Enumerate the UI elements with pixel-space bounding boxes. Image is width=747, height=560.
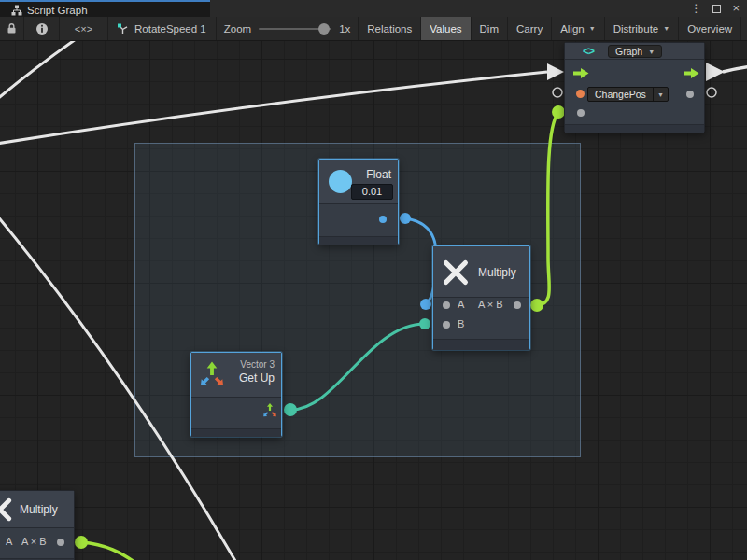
zoom-handle[interactable]: [318, 23, 330, 35]
input-port-b[interactable]: [443, 321, 450, 329]
tab-script-graph[interactable]: Script Graph: [4, 3, 95, 17]
control-output-port[interactable]: [684, 67, 699, 79]
output-port[interactable]: [514, 301, 521, 309]
multiply-node[interactable]: Multiply A A × B B: [432, 245, 530, 350]
distribute-label: Distribute: [613, 23, 659, 35]
port-label-out: A × B: [21, 536, 47, 547]
chevron-down-icon: ▼: [663, 25, 669, 32]
changepos-subgraph-node[interactable]: <> Graph ▼ ChangePos ▼: [564, 42, 705, 133]
chevron-down-icon: ▼: [653, 88, 668, 101]
graph-canvas[interactable]: Float 0.01 Multiply A A × B B: [0, 41, 747, 560]
float-value-input[interactable]: 0.01: [351, 184, 393, 200]
green-wire-multiply-to-changepos: [537, 112, 558, 305]
wire-dot: [419, 318, 430, 329]
node-title: Get Up: [239, 371, 275, 385]
script-graph-window: Script Graph ⋮ × <×>: [0, 0, 747, 560]
teal-wire-vector-to-b: [290, 324, 425, 410]
dim-label: Dim: [480, 23, 499, 35]
float-output-port[interactable]: [379, 216, 387, 223]
fullscreen-button[interactable]: Full Screen: [740, 17, 747, 40]
zoom-value: 1x: [339, 23, 350, 35]
dim-button[interactable]: Dim: [471, 17, 507, 40]
graph-tab-icon: [11, 5, 22, 16]
menu-icon[interactable]: ⋮: [690, 2, 701, 15]
graph-toolbar: <×> RotateSpeed 1 Zoom 1x Relations Valu…: [0, 17, 747, 41]
values-button[interactable]: Values: [420, 17, 470, 40]
input-port-target[interactable]: [576, 90, 585, 98]
titlebar: Script Graph ⋮ ×: [0, 0, 747, 17]
maximize-icon[interactable]: [712, 5, 721, 13]
control-input-port[interactable]: [573, 67, 589, 79]
changepos-dropdown-value: ChangePos: [588, 89, 653, 100]
focus-highlight: [0, 0, 210, 2]
overview-label: Overview: [687, 23, 732, 35]
distribute-button[interactable]: Distribute ▼: [604, 17, 679, 40]
value-endpoint-circle: [707, 88, 716, 97]
port-label-a: A: [458, 299, 464, 310]
wire-dot: [284, 403, 297, 416]
relations-button[interactable]: Relations: [358, 17, 420, 40]
flow-arrowhead-left: [547, 63, 564, 80]
input-port-value[interactable]: [577, 109, 585, 117]
multiply-node-2[interactable]: Multiply A A × B: [0, 490, 75, 560]
chevron-down-icon: ▼: [589, 25, 596, 32]
vector3-icon: [199, 360, 225, 388]
code-view-button[interactable]: <×>: [60, 17, 108, 40]
green-wire-bottom: [81, 542, 142, 560]
wire-dot: [400, 213, 411, 224]
graph-reference-breadcrumb[interactable]: RotateSpeed 1: [108, 17, 217, 40]
node-footer: [191, 428, 281, 437]
zoom-control: Zoom 1x: [217, 17, 359, 40]
lock-button[interactable]: [0, 17, 24, 40]
port-label-out: A × B: [478, 299, 503, 310]
code-view-icon: <×>: [75, 23, 92, 35]
control-wire-output: [723, 66, 747, 72]
node-title: Multiply: [20, 503, 58, 516]
vector3-output-port[interactable]: [262, 402, 277, 418]
changepos-dropdown[interactable]: ChangePos ▼: [587, 87, 669, 102]
port-label-a: A: [6, 536, 12, 547]
node-title: Multiply: [478, 266, 516, 279]
values-label: Values: [430, 23, 461, 35]
float-node[interactable]: Float 0.01: [318, 159, 399, 245]
info-button[interactable]: [24, 17, 60, 40]
info-icon: [35, 22, 49, 35]
zoom-slider[interactable]: [259, 28, 331, 30]
node-subtitle: Vector 3: [239, 359, 275, 370]
graph-dropdown[interactable]: Graph ▼: [608, 45, 662, 58]
vector3-getup-node[interactable]: Vector 3 Get Up: [190, 352, 282, 437]
lock-icon: [7, 22, 17, 35]
carry-button[interactable]: Carry: [507, 17, 551, 40]
tab-label: Script Graph: [27, 5, 88, 16]
control-wire-input: [0, 72, 547, 144]
carry-label: Carry: [516, 23, 543, 35]
multiply-icon: [442, 259, 470, 287]
chevron-down-icon: ▼: [648, 49, 655, 55]
graph-dropdown-label: Graph: [615, 46, 642, 57]
output-port[interactable]: [57, 539, 64, 546]
close-icon[interactable]: ×: [732, 4, 740, 13]
zoom-label: Zoom: [224, 23, 251, 35]
graph-ref-label: RotateSpeed 1: [134, 23, 206, 35]
input-port-a[interactable]: [443, 301, 450, 309]
control-wire: [0, 41, 78, 100]
wire-dot: [552, 105, 565, 119]
graph-ref-icon: [116, 22, 129, 35]
align-button[interactable]: Align ▼: [551, 17, 604, 40]
align-label: Align: [560, 23, 585, 35]
relations-label: Relations: [367, 23, 412, 35]
float-icon: [329, 170, 352, 193]
node-footer: [319, 236, 398, 245]
wire-dot: [75, 536, 88, 549]
wire-dot: [530, 299, 543, 312]
value-endpoint-circle: [553, 88, 562, 97]
port-label-b: B: [458, 318, 464, 329]
overview-button[interactable]: Overview: [678, 17, 740, 40]
multiply-icon: [0, 497, 13, 523]
output-port[interactable]: [686, 91, 694, 98]
node-title: Float: [366, 168, 391, 181]
wire-dot: [420, 299, 431, 310]
flow-arrowhead-right: [706, 63, 725, 81]
node-footer: [433, 339, 529, 350]
script-graph-icon: <>: [583, 45, 594, 58]
